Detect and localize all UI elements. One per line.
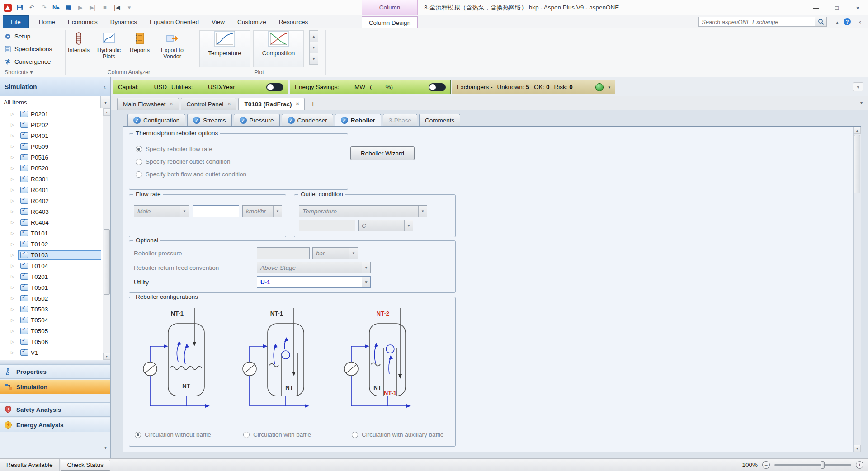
economics-toggle[interactable] xyxy=(266,83,283,91)
form-tab[interactable]: ✓ Condenser xyxy=(282,114,333,126)
export-to-vendor-button[interactable]: Export to Vendor xyxy=(156,30,189,68)
tree-item[interactable]: ▷ ✓ T0501 xyxy=(0,282,103,293)
ribbon-convergence-button[interactable]: Convergence xyxy=(5,57,51,66)
expander-icon[interactable]: ▷ xyxy=(11,198,16,203)
expander-icon[interactable]: ▷ xyxy=(11,307,16,311)
tree-item[interactable]: ▷ ✓ P0201 xyxy=(0,108,103,119)
zoom-out-button[interactable]: − xyxy=(762,461,770,469)
tree-item[interactable]: ▷ ✓ T0101 xyxy=(0,228,103,239)
zoom-slider-thumb[interactable] xyxy=(821,461,825,469)
expander-icon[interactable]: ▷ xyxy=(11,296,16,301)
sidebar-splitter[interactable] xyxy=(0,360,110,364)
run-icon[interactable]: ▶ xyxy=(76,3,85,12)
scrollbar-thumb[interactable] xyxy=(854,135,860,193)
stop-icon[interactable]: ■ xyxy=(100,3,109,12)
ribbon-tab[interactable]: Equation Oriented xyxy=(143,15,205,28)
exchange-icon[interactable]: × xyxy=(855,18,864,26)
scroll-down-icon[interactable]: ▾ xyxy=(103,353,110,360)
document-tab[interactable]: Control Panel × xyxy=(181,98,237,110)
table-icon[interactable]: ▦ xyxy=(64,3,73,12)
expander-icon[interactable]: ▷ xyxy=(11,274,16,279)
scroll-down-icon[interactable]: ▾ xyxy=(854,445,861,452)
expander-icon[interactable]: ▷ xyxy=(11,177,16,181)
tree-item[interactable]: ▷ ✓ R0401 xyxy=(0,184,103,195)
expander-icon[interactable]: ▷ xyxy=(11,318,16,322)
hydraulic-plots-button[interactable]: Hydraulic Plots xyxy=(94,30,124,68)
tree-item[interactable]: ▷ ✓ T0502 xyxy=(0,293,103,304)
nav-simulation[interactable]: Simulation xyxy=(0,380,110,394)
zoom-in-button[interactable]: + xyxy=(856,461,863,469)
ribbon-tab[interactable]: Column Design xyxy=(362,16,418,29)
ribbon-specifications-button[interactable]: Specifications xyxy=(5,44,52,54)
tab-close-icon[interactable]: × xyxy=(170,101,173,107)
scrollbar-thumb[interactable] xyxy=(104,229,110,295)
ribbon-tab[interactable]: Dynamics xyxy=(104,15,143,28)
collapse-sidebar-icon[interactable]: ‹ xyxy=(104,83,106,90)
ribbon-tab[interactable]: Economics xyxy=(61,15,104,28)
undo-icon[interactable]: ↶ xyxy=(27,3,36,12)
results-status[interactable]: Results Available xyxy=(0,459,60,471)
document-tab[interactable]: Main Flowsheet × xyxy=(117,98,179,110)
filter-dropdown-icon[interactable]: ▾ xyxy=(100,96,110,108)
scroll-up-icon[interactable]: ▴ xyxy=(103,108,110,116)
expander-icon[interactable]: ▷ xyxy=(11,209,16,214)
tree-item[interactable]: ▷ ✓ T0201 xyxy=(0,271,103,282)
document-tab[interactable]: T0103 (RadFrac) × xyxy=(238,98,305,110)
tab-close-icon[interactable]: × xyxy=(296,101,299,107)
zoom-slider[interactable] xyxy=(774,464,851,466)
expander-icon[interactable]: ▷ xyxy=(11,188,16,192)
form-tab[interactable]: ✓ Comments xyxy=(419,114,460,126)
form-tab[interactable]: ✓ 3-Phase xyxy=(383,114,417,126)
tree-item[interactable]: ▷ ✓ T0506 xyxy=(0,336,103,347)
close-button[interactable]: × xyxy=(847,0,868,15)
tree-item[interactable]: ▷ ✓ R0402 xyxy=(0,195,103,206)
tree-item[interactable]: ▷ ✓ R0301 xyxy=(0,174,103,184)
search-input[interactable] xyxy=(699,17,815,26)
tree-item[interactable]: ▷ ✓ V1 xyxy=(0,347,103,358)
qat-customize-icon[interactable]: ▾ xyxy=(125,3,134,12)
tab-list-dropdown-icon[interactable]: ▾ xyxy=(860,100,863,105)
tree-item[interactable]: ▷ ✓ T0505 xyxy=(0,325,103,336)
exchanger-dropdown-icon[interactable]: ▾ xyxy=(608,85,610,89)
nav-safety-analysis[interactable]: Safety Analysis xyxy=(0,402,110,417)
reboiler-wizard-button[interactable]: Reboiler Wizard xyxy=(350,146,415,160)
ribbon-tab[interactable]: View xyxy=(205,15,231,28)
ribbon-tab[interactable]: Customize xyxy=(231,15,273,28)
expander-icon[interactable]: ▷ xyxy=(11,133,16,138)
expander-icon[interactable]: ▷ xyxy=(11,285,16,290)
plot-temperature-button[interactable]: Temperature xyxy=(199,30,250,67)
tree-item[interactable]: ▷ ✓ T0104 xyxy=(0,260,103,271)
tree-scrollbar[interactable]: ▴ ▾ xyxy=(103,108,110,360)
expander-icon[interactable]: ▷ xyxy=(11,122,16,127)
plot-composition-button[interactable]: Composition xyxy=(253,30,304,67)
ribbon-tab[interactable]: Home xyxy=(33,15,61,28)
tree-item[interactable]: ▷ ✓ P0516 xyxy=(0,152,103,163)
next-run-icon[interactable]: N▸ xyxy=(52,3,61,12)
tab-close-icon[interactable]: × xyxy=(227,101,231,107)
expander-icon[interactable]: ▷ xyxy=(11,329,16,333)
check-status-button[interactable]: Check Status xyxy=(61,460,110,471)
form-tab[interactable]: ✓ Configuration xyxy=(127,114,185,126)
tree-item[interactable]: ▷ ✓ T0102 xyxy=(0,239,103,250)
form-tab[interactable]: ✓ Reboiler xyxy=(335,114,381,126)
gallery-up-icon[interactable]: ▴ xyxy=(309,30,318,42)
gallery-down-icon[interactable]: ▾ xyxy=(309,42,318,53)
tree-item[interactable]: ▷ ✓ R0403 xyxy=(0,206,103,217)
nav-configure-icon[interactable]: ▾ xyxy=(104,445,107,450)
expander-icon[interactable]: ▷ xyxy=(11,112,16,116)
save-icon[interactable] xyxy=(15,3,24,12)
expander-icon[interactable]: ▷ xyxy=(11,155,16,160)
form-tab[interactable]: ✓ Pressure xyxy=(234,114,280,126)
tree-item[interactable]: ▷ ✓ R0404 xyxy=(0,217,103,228)
help-icon[interactable]: ? xyxy=(844,18,851,25)
energy-toggle[interactable] xyxy=(429,83,446,91)
form-tab[interactable]: ✓ Streams xyxy=(187,114,231,126)
nav-properties[interactable]: Properties xyxy=(0,364,110,379)
new-tab-button[interactable]: + xyxy=(307,98,319,110)
expand-panel-icon[interactable]: ▾ xyxy=(853,82,863,91)
reports-button[interactable]: Reports xyxy=(127,30,152,68)
expander-icon[interactable]: ▷ xyxy=(11,231,16,236)
flow-rate-input[interactable] xyxy=(193,205,239,217)
tree-item[interactable]: ▷ ✓ P0202 xyxy=(0,119,103,130)
expander-icon[interactable]: ▷ xyxy=(11,166,16,170)
